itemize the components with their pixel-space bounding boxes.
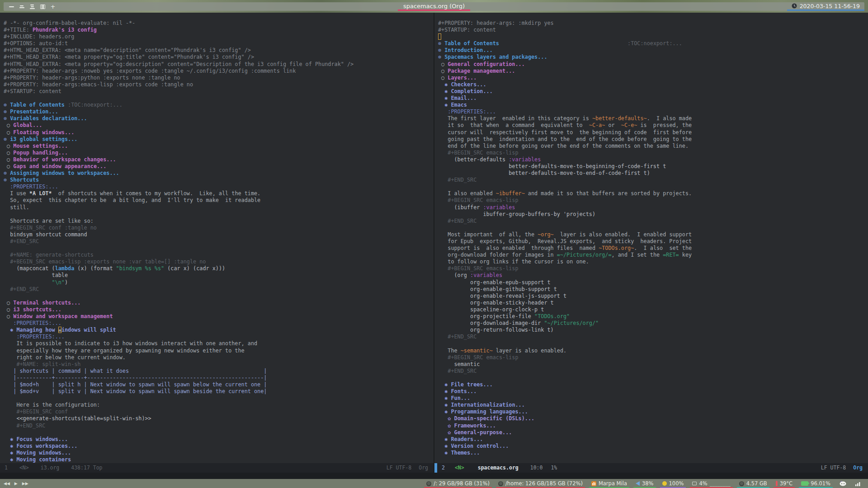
editor-line[interactable]: ○ Behavior of workspace changes... bbox=[4, 156, 434, 163]
brightness-module[interactable]: 100% bbox=[661, 479, 685, 488]
editor-line[interactable]: ○ Layers... bbox=[438, 75, 868, 81]
workspace-2-button[interactable] bbox=[19, 4, 25, 10]
editor-line[interactable]: ○ i3 shortcuts... bbox=[4, 306, 434, 313]
editor-line[interactable]: |-----------+---------+-----------------… bbox=[4, 375, 434, 381]
workspace-1-button[interactable] bbox=[8, 4, 14, 10]
editor-line[interactable]: I use *A LOT* of shortcuts when it comes… bbox=[4, 190, 434, 197]
editor-line[interactable]: ✱ Focus windows... bbox=[4, 436, 434, 443]
editor-line[interactable]: ⊛ Spacemacs layers and packages... bbox=[438, 54, 868, 61]
editor-line[interactable]: ✿ Domain-specific (DSLs)... bbox=[438, 415, 868, 422]
editor-line[interactable]: ✱ Completion... bbox=[438, 88, 868, 95]
editor-line[interactable]: end of the line before going over the en… bbox=[438, 143, 868, 150]
editor-line[interactable]: #+BEGIN_SRC conf bbox=[4, 408, 434, 415]
editor-line[interactable]: Shortcuts are set like so: bbox=[4, 218, 434, 225]
editor-line[interactable]: semantic bbox=[438, 361, 868, 368]
editor-line[interactable]: #+END_SRC bbox=[438, 368, 868, 375]
editor-line[interactable]: :PROPERTIES:... bbox=[4, 320, 434, 327]
editor-line[interactable]: | $mod+v | split v | Next window to spaw… bbox=[4, 388, 434, 395]
editor-window-right[interactable]: #+PROPERTY: header-args: :mkdirp yes#+ST… bbox=[434, 13, 868, 473]
editor-line[interactable]: to follow org links if the cursor is on … bbox=[438, 258, 868, 265]
editor-line[interactable]: #+TITLE: Phundrak's i3 config bbox=[4, 27, 434, 33]
editor-line[interactable]: ✿ General-purpose... bbox=[438, 429, 868, 436]
editor-line[interactable]: #+NAME: generate-shortcuts bbox=[4, 252, 434, 258]
editor-line[interactable]: ✱ Emacs bbox=[438, 102, 868, 108]
workspace-4-button[interactable] bbox=[39, 4, 46, 10]
editor-line[interactable]: It is possible to indicate to i3 how win… bbox=[4, 340, 434, 347]
editor-line[interactable]: #+END_SRC bbox=[4, 422, 434, 429]
editor-line[interactable]: org-enable-github-support t bbox=[438, 286, 868, 293]
media-next-button[interactable]: ▶▶ bbox=[22, 481, 28, 486]
editor-line[interactable] bbox=[438, 375, 868, 381]
editor-line[interactable]: ⊛ Assigning windows to workspaces... bbox=[4, 170, 434, 177]
editor-line[interactable]: ○ Popup handling... bbox=[4, 150, 434, 156]
volume-module[interactable]: 38% bbox=[635, 479, 655, 488]
editor-line[interactable]: org-download folder for images in =~/Pic… bbox=[438, 252, 868, 258]
editor-line[interactable]: | $mod+h | split h | Next window to spaw… bbox=[4, 381, 434, 388]
editor-line[interactable]: #+END_SRC bbox=[4, 286, 434, 293]
editor-line[interactable]: ✱ Managing how windows will split bbox=[4, 327, 434, 333]
editor-line[interactable]: :PROPERTIES:... bbox=[4, 333, 434, 340]
editor-line[interactable]: :PROPERTIES:... bbox=[4, 183, 434, 190]
editor-line[interactable]: <<generate-shortcuts(table=split-win-sh)… bbox=[4, 415, 434, 422]
editor-line[interactable]: ○ Floating windows... bbox=[4, 129, 434, 136]
editor-line[interactable]: ✱ Themes... bbox=[438, 450, 868, 456]
editor-line[interactable]: #+END_SRC bbox=[4, 238, 434, 245]
editor-line[interactable]: org-download-image-dir "~/Pictures/org/" bbox=[438, 320, 868, 327]
editor-line[interactable]: ○ Window and workspace management bbox=[4, 313, 434, 320]
editor-line[interactable]: #+END_SRC bbox=[438, 218, 868, 225]
editor-line[interactable]: table bbox=[4, 272, 434, 279]
editor-line[interactable]: The first layer enabled in this category… bbox=[438, 115, 868, 122]
editor-line[interactable]: :PROPERTIES:... bbox=[438, 108, 868, 115]
media-prev-button[interactable]: ◀◀ bbox=[4, 481, 10, 486]
editor-line[interactable]: ○ Global... bbox=[4, 122, 434, 129]
editor-line[interactable] bbox=[4, 95, 434, 102]
editor-line[interactable]: #+BEGIN_SRC emacs-lisp bbox=[438, 265, 868, 272]
editor-line[interactable]: support is also enabled through files na… bbox=[438, 245, 868, 252]
editor-line[interactable]: better-defaults-move-to-beginning-of-cod… bbox=[438, 163, 868, 170]
editor-line[interactable]: it so that when a command equivalent to … bbox=[438, 122, 868, 129]
editor-line[interactable]: #+NAME: split-win-sh bbox=[4, 361, 434, 368]
editor-line[interactable]: ○ Terminal shortcuts... bbox=[4, 300, 434, 306]
editor-line[interactable]: ✱ Fun... bbox=[438, 395, 868, 402]
editor-line[interactable]: ○ General configuration... bbox=[438, 61, 868, 68]
editor-line[interactable]: ✱ Moving windows... bbox=[4, 450, 434, 456]
editor-line[interactable]: ✱ Fonts... bbox=[438, 388, 868, 395]
workspace-3-button[interactable] bbox=[29, 4, 35, 10]
editor-line[interactable]: ⊛ Presentation... bbox=[4, 108, 434, 115]
editor-line[interactable]: ⊛ Variables declaration... bbox=[4, 115, 434, 122]
editor-line[interactable] bbox=[438, 33, 868, 40]
editor-line[interactable]: ⊛ i3 global settings... bbox=[4, 136, 434, 143]
buffer-i3-org[interactable]: # -*- org-confirm-babel-evaluate: nil -*… bbox=[0, 13, 434, 463]
editor-line[interactable]: ✱ File trees... bbox=[438, 381, 868, 388]
editor-line[interactable]: ibuffer-group-buffers-by 'projects) bbox=[438, 211, 868, 218]
editor-line[interactable]: #+OPTIONS: auto-id:t bbox=[4, 40, 434, 47]
editor-line[interactable]: #+STARTUP: content bbox=[438, 27, 868, 33]
editor-line[interactable]: (ibuffer :variables bbox=[438, 204, 868, 211]
editor-line[interactable]: org-enable-reveal-js-support t bbox=[438, 293, 868, 300]
editor-line[interactable]: org-return-follows-link t) bbox=[438, 327, 868, 333]
editor-line[interactable]: #+BEGIN_SRC emacs-lisp :exports none :va… bbox=[4, 258, 434, 265]
new-workspace-button[interactable]: + bbox=[50, 4, 56, 10]
editor-line[interactable]: #+HTML_HEAD_EXTRA: <meta name="descripti… bbox=[4, 47, 434, 54]
editor-line[interactable]: for Epub exports, Github, Reveal.JS expo… bbox=[438, 238, 868, 245]
editor-line[interactable]: # -*- org-confirm-babel-evaluate: nil -*… bbox=[4, 20, 434, 27]
editor-line[interactable]: The ~semantic~ layer is also enabled. bbox=[438, 347, 868, 354]
editor-line[interactable]: still. bbox=[4, 204, 434, 211]
editor-line[interactable]: ○ Gaps and window appearance... bbox=[4, 163, 434, 170]
editor-line[interactable]: ✱ Internationalization... bbox=[438, 402, 868, 408]
editor-line[interactable]: bindsym shortcut command bbox=[4, 231, 434, 238]
editor-line[interactable]: #+BEGIN_SRC conf :tangle no bbox=[4, 225, 434, 231]
editor-line[interactable]: ⊛ Table of Contents :TOC:noexport:... bbox=[4, 102, 434, 108]
editor-line[interactable]: org-enable-sticky-header t bbox=[438, 300, 868, 306]
editor-line[interactable] bbox=[4, 293, 434, 300]
buffer-spacemacs-org[interactable]: #+PROPERTY: header-args: :mkdirp yes#+ST… bbox=[434, 13, 868, 463]
editor-line[interactable]: #+PROPERTY: header-args:emacs-lisp :expo… bbox=[4, 81, 434, 88]
editor-line[interactable]: ✱ Focus workspaces... bbox=[4, 443, 434, 450]
editor-line[interactable]: cursor will respectively first move to t… bbox=[438, 129, 868, 136]
editor-line[interactable]: (org :variables bbox=[438, 272, 868, 279]
editor-line[interactable]: ✱ Checkers... bbox=[438, 81, 868, 88]
editor-line[interactable]: ⊛ Table of Contents :TOC:noexport:... bbox=[438, 40, 868, 47]
editor-line[interactable]: #+INCLUDE: headers.org bbox=[4, 33, 434, 40]
editor-line[interactable]: #+PROPERTY: header-args:python :exports … bbox=[4, 75, 434, 81]
editor-line[interactable]: #+BEGIN_SRC emacs-lisp bbox=[438, 354, 868, 361]
